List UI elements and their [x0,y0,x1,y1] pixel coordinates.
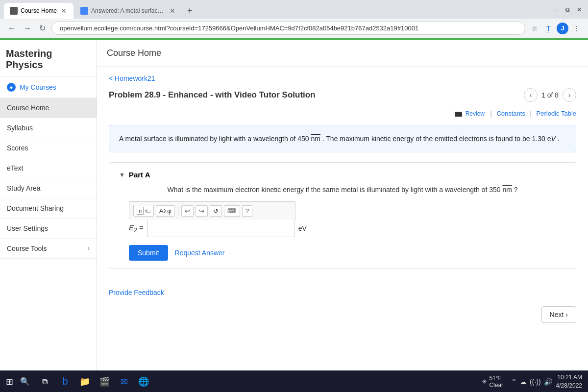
chevron-up-icon[interactable]: ⌃ [511,378,517,386]
sidebar-item-course-tools[interactable]: Course Tools › [0,239,97,259]
app-container: Mastering Physics ● My Courses Course Ho… [0,40,588,370]
refresh-btn[interactable]: ↻ [37,22,48,35]
sidebar-item-etext[interactable]: eText [0,158,97,178]
forward-nav-btn[interactable]: → [22,22,33,35]
sidebar-item-course-home[interactable]: Course Home [0,98,97,118]
next-btn[interactable]: Next › [541,306,576,323]
extension-icon[interactable]: T̲ [543,23,554,34]
taskview-btn[interactable]: ⧉ [37,374,52,390]
sidebar-item-scores[interactable]: Scores [0,138,97,158]
review-link[interactable]: Review [466,110,485,117]
file-explorer-icon[interactable]: 📁 [76,373,94,391]
sidebar-item-study-area[interactable]: Study Area [0,178,97,198]
prev-problem-btn[interactable]: ‹ [524,88,538,102]
periodic-table-link[interactable]: Periodic Table [537,110,576,117]
taskbar-apps: b 📁 🎬 ✉ 🌐 [56,373,152,391]
sidebar-label-scores: Scores [7,144,28,152]
tab-title: Course Home [21,7,57,14]
weather-icon: ☀ [482,378,487,385]
answer-area: n √□ ΑΣφ ↩ ↪ ↺ ⌨ ? E2 = [129,201,566,261]
volume-icon[interactable]: 🔊 [544,378,552,386]
undo-btn[interactable]: ↩ [181,205,194,217]
profile-icon[interactable]: J [557,23,568,34]
clock[interactable]: 10:21 AM 4/28/2022 [556,373,582,390]
provide-feedback-link[interactable]: Provide Feedback [109,289,164,296]
keyboard-btn[interactable]: ⌨ [224,205,240,217]
menu-icon[interactable]: ⋮ [571,23,582,34]
mail-icon[interactable]: ✉ [115,373,133,391]
next-btn-label: Next [550,311,564,318]
taskbar-right: ☀ 51°F Clear ⌃ ☁ ((·)) 🔊 10:21 AM 4/28/2… [482,373,582,390]
problem-title: Problem 28.9 - Enhanced - with Video Tut… [109,90,316,100]
sep2: | [530,110,532,117]
system-icons: ⌃ ☁ ((·)) 🔊 [511,378,552,386]
sqrt-icon: √□ [145,208,150,214]
part-a-question: What is the maximum electron kinetic ene… [119,186,566,194]
answer-unit: eV [298,224,307,232]
taskbar: ⊞ 🔍 ⧉ b 📁 🎬 ✉ 🌐 ☀ 51°F Clear ⌃ ☁ ((·)) 🔊… [0,370,588,392]
constants-link[interactable]: Constants [496,110,525,117]
sidebar-label-course-tools: Course Tools [7,245,47,252]
redo-btn[interactable]: ↪ [196,205,208,217]
back-nav-btn[interactable]: ← [6,22,18,35]
sidebar-item-my-courses[interactable]: ● My Courses [0,77,97,98]
math-template-btn[interactable]: n √□ [133,205,154,217]
restore-btn[interactable]: ⧉ [563,5,572,15]
bottom-bar: Next › [109,306,576,323]
part-a-header[interactable]: ▼ Part A [119,171,566,179]
weather-widget: ☀ 51°F Clear [482,375,503,389]
browser-icon[interactable]: 🌐 [135,373,152,391]
content-area: < Homework21 Problem 28.9 - Enhanced - w… [97,67,588,331]
wifi-icon[interactable]: ((·)) [530,378,541,386]
sidebar-label-study-area: Study Area [7,184,41,192]
clock-date: 4/28/2022 [556,382,582,390]
review-icon [455,112,462,117]
cloud-icon[interactable]: ☁ [520,378,527,386]
toolbar-separator [178,206,178,216]
math-toolbar: n √□ ΑΣφ ↩ ↪ ↺ ⌨ ? [129,201,295,220]
tab-close-btn[interactable]: ✕ [60,7,68,15]
weather-temp: 51°F [489,375,503,382]
sidebar-label-course-home: Course Home [7,104,49,112]
sidebar-item-syllabus[interactable]: Syllabus [0,118,97,138]
resource-links: Review | Constants | Periodic Table [109,110,576,117]
start-button[interactable]: ⊞ [6,376,13,387]
help-btn[interactable]: ? [242,205,252,217]
part-a-arrow-icon: ▼ [119,172,125,178]
next-problem-btn[interactable]: › [563,88,576,102]
media-icon[interactable]: 🎬 [96,373,113,391]
action-row: Submit Request Answer [129,245,566,261]
bookmark-icon[interactable]: ☆ [529,23,540,34]
part-a-label: Part A [129,171,150,179]
sidebar-item-document-sharing[interactable]: Document Sharing [0,198,97,219]
tab-title-2: Answered: A metal surface is illu... [91,7,166,14]
url-input[interactable] [51,22,525,35]
answer-input[interactable] [147,220,294,237]
request-answer-link[interactable]: Request Answer [175,249,225,257]
math-frac-icon: n [137,207,144,215]
browser-chrome: Course Home ✕ Answered: A metal surface … [0,0,588,38]
browser-actions: ☆ T̲ J ⋮ [529,23,582,34]
inactive-tab[interactable]: Answered: A metal surface is illu... ✕ [74,3,182,19]
submit-btn[interactable]: Submit [129,245,168,261]
back-link[interactable]: < Homework21 [109,74,155,82]
close-btn[interactable]: ✕ [574,5,584,15]
greek-label: ΑΣφ [159,207,172,215]
sidebar-nav: ● My Courses Course Home Syllabus Scores… [0,77,97,259]
sidebar-label-my-courses: My Courses [20,83,56,91]
edge-icon[interactable]: b [56,373,74,391]
main-content: Course Home < Homework21 Problem 28.9 - … [97,40,588,370]
reset-btn[interactable]: ↺ [210,205,222,217]
sidebar-label-etext: eText [7,164,23,172]
sidebar-item-user-settings[interactable]: User Settings [0,219,97,239]
minimize-btn[interactable]: ─ [551,5,561,15]
active-tab[interactable]: Course Home ✕ [4,3,74,19]
new-tab-btn[interactable]: + [183,4,196,18]
search-taskbar-btn[interactable]: 🔍 [17,374,33,390]
tab-close-btn-2[interactable]: ✕ [169,7,176,15]
tab-favicon [10,7,18,15]
clock-time: 10:21 AM [556,373,582,382]
sep1: | [490,110,491,117]
my-courses-icon: ● [7,83,16,92]
greek-symbols-btn[interactable]: ΑΣφ [156,205,175,217]
